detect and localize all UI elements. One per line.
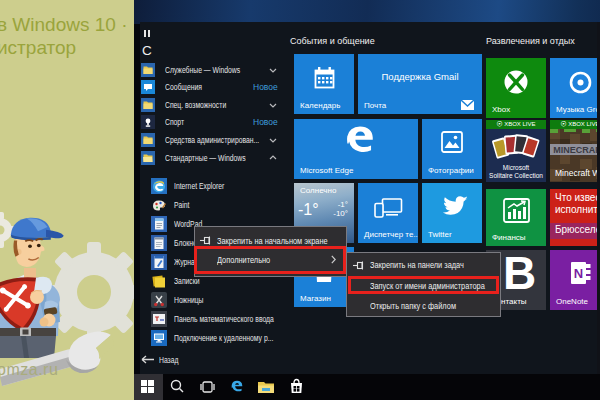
svg-text:MINECRAF: MINECRAF — [553, 145, 600, 155]
svg-text:N: N — [574, 266, 583, 281]
